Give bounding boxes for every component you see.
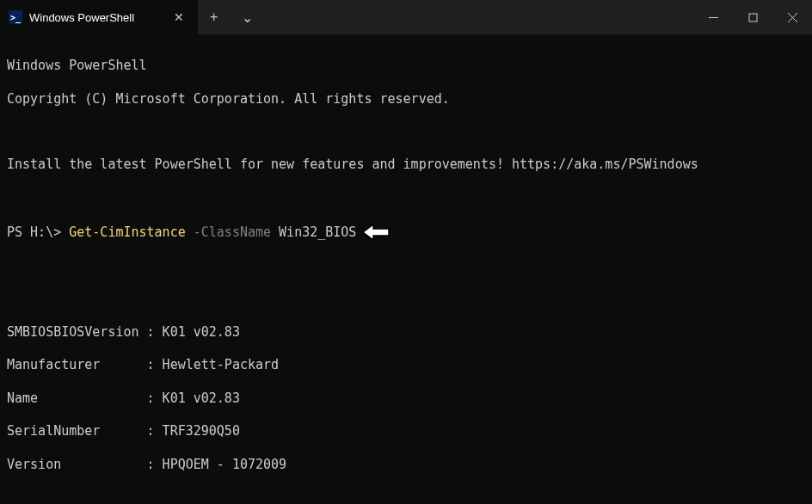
blank-line <box>7 124 805 140</box>
header-line: Copyright (C) Microsoft Corporation. All… <box>7 91 805 108</box>
tab-dropdown-button[interactable]: ⌄ <box>237 8 258 28</box>
blank-line <box>7 190 805 206</box>
maximize-button[interactable] <box>733 3 772 31</box>
blank-line <box>7 489 805 504</box>
new-tab-button[interactable]: + <box>205 8 223 27</box>
svg-rect-1 <box>749 14 757 22</box>
close-window-button[interactable] <box>772 3 812 31</box>
output-line: SerialNumber : TRF3290Q50 <box>7 423 805 439</box>
powershell-icon: >_ <box>9 10 22 24</box>
install-msg: Install the latest PowerShell for new fe… <box>7 157 805 173</box>
blank-line <box>7 258 805 274</box>
prompt: PS H:\> <box>7 224 69 240</box>
titlebar-spacer <box>265 0 693 34</box>
minimize-button[interactable] <box>693 3 733 31</box>
tab-powershell[interactable]: >_ Windows PowerShell ✕ <box>0 0 198 34</box>
arrow-left-icon <box>361 223 391 242</box>
tabbar-actions: + ⌄ <box>198 0 265 34</box>
arg: Win32_BIOS <box>271 224 356 240</box>
window-controls <box>693 0 812 34</box>
tab-title: Windows PowerShell <box>29 11 163 24</box>
output-line: Version : HPQOEM - 1072009 <box>7 457 805 473</box>
output-line: Manufacturer : Hewlett-Packard <box>7 357 805 373</box>
param: -ClassName <box>186 224 271 240</box>
cmdlet: Get-CimInstance <box>69 224 185 240</box>
blank-line <box>7 292 805 308</box>
output-line: SMBIOSBIOSVersion : K01 v02.83 <box>7 324 805 341</box>
output-line: Name : K01 v02.83 <box>7 390 805 407</box>
titlebar: >_ Windows PowerShell ✕ + ⌄ <box>0 0 812 34</box>
command-line-1: PS H:\> Get-CimInstance -ClassName Win32… <box>7 223 805 242</box>
terminal-content[interactable]: Windows PowerShell Copyright (C) Microso… <box>0 34 812 504</box>
close-tab-button[interactable]: ✕ <box>170 9 188 26</box>
header-line: Windows PowerShell <box>7 58 805 74</box>
